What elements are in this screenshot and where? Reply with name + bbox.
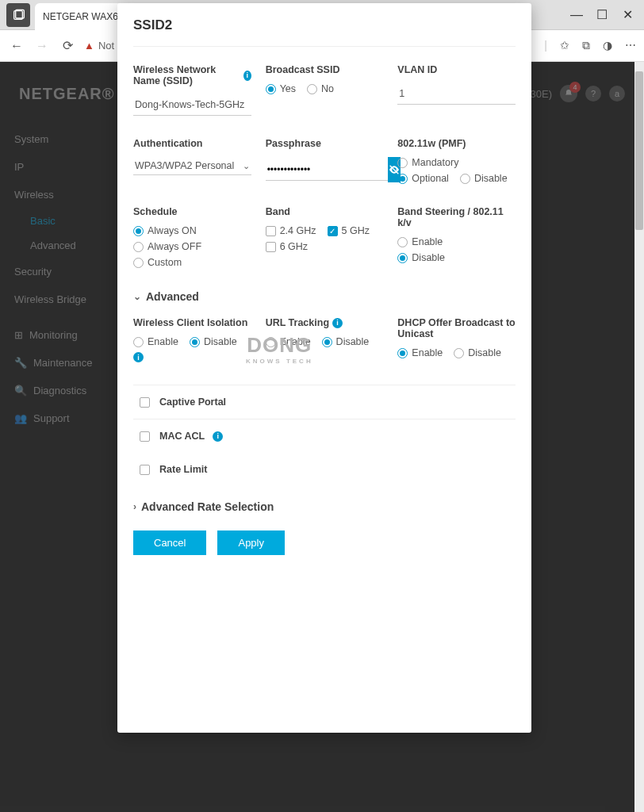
collections-icon[interactable]: ⧉ <box>582 39 590 52</box>
steering-disable-radio[interactable]: Disable <box>397 252 445 263</box>
nav-back-icon[interactable]: ← <box>8 37 25 55</box>
scroll-thumb[interactable] <box>635 71 643 230</box>
band-24-check[interactable]: 2.4 GHz <box>266 225 316 236</box>
pmf-optional-radio[interactable]: Optional <box>397 173 449 184</box>
isolation-disable-radio[interactable]: Disable <box>190 336 237 347</box>
dhcp-label: DHCP Offer Broadcast to Unicast <box>397 317 516 339</box>
pmf-disable-radio[interactable]: Disable <box>460 173 508 184</box>
steering-enable-radio[interactable]: Enable <box>397 236 443 247</box>
vlan-input[interactable] <box>397 83 516 105</box>
dhcp-disable-radio[interactable]: Disable <box>454 347 501 358</box>
dhcp-enable-radio[interactable]: Enable <box>397 347 443 358</box>
page-scrollbar[interactable] <box>634 62 644 812</box>
passphrase-input[interactable] <box>266 159 388 181</box>
urltrack-enable-radio[interactable]: Enable <box>266 336 311 347</box>
tab-strip-icon[interactable] <box>6 3 30 27</box>
rate-limit-toggle[interactable]: Rate Limit <box>133 453 516 486</box>
band-6-check[interactable]: 6 GHz <box>266 241 308 252</box>
modal-title: SSID2 <box>133 17 516 47</box>
favorites-bar-icon[interactable]: ✩ <box>560 39 569 52</box>
apply-button[interactable]: Apply <box>217 530 285 555</box>
ssid-input[interactable] <box>133 94 251 116</box>
advanced-section-toggle[interactable]: ⌄ Advanced <box>133 290 516 303</box>
schedule-label: Schedule <box>133 206 251 217</box>
adv-rate-section-toggle[interactable]: › Advanced Rate Selection <box>133 500 516 513</box>
window-minimize[interactable]: — <box>571 10 582 21</box>
window-close[interactable]: ✕ <box>622 10 633 21</box>
window-maximize[interactable]: ☐ <box>596 10 608 21</box>
info-icon[interactable]: i <box>213 431 223 442</box>
broadcast-label: Broadcast SSID <box>266 64 384 75</box>
auth-label: Authentication <box>133 138 251 149</box>
vlan-label: VLAN ID <box>397 64 516 75</box>
mac-acl-toggle[interactable]: MAC ACL i <box>133 419 516 453</box>
band-label: Band <box>266 206 384 217</box>
broadcast-yes-radio[interactable]: Yes <box>266 83 296 94</box>
profile-icon[interactable]: ◑ <box>603 39 612 52</box>
pmf-label: 802.11w (PMF) <box>397 138 516 149</box>
passphrase-label: Passphrase <box>266 138 384 149</box>
insecure-icon: ▲ <box>84 40 94 52</box>
info-icon[interactable]: i <box>332 318 343 328</box>
urltrack-label: URL Tracking <box>266 317 329 328</box>
nav-forward-icon: → <box>33 37 51 55</box>
schedule-custom-radio[interactable]: Custom <box>133 257 182 268</box>
info-icon[interactable]: i <box>243 71 251 81</box>
isolation-enable-radio[interactable]: Enable <box>133 336 178 347</box>
more-icon[interactable]: ⋯ <box>625 39 636 52</box>
chevron-down-icon: ⌄ <box>243 161 250 171</box>
cancel-button[interactable]: Cancel <box>133 530 206 555</box>
steering-label: Band Steering / 802.11 k/v <box>397 206 516 228</box>
isolation-label: Wireless Client Isolation <box>133 317 251 328</box>
chevron-right-icon: › <box>133 501 136 512</box>
nav-refresh-icon[interactable]: ⟳ <box>59 37 76 55</box>
band-5-check[interactable]: 5 GHz <box>328 225 370 236</box>
pmf-mandatory-radio[interactable]: Mandatory <box>397 157 458 168</box>
schedule-off-radio[interactable]: Always OFF <box>133 241 201 252</box>
captive-portal-toggle[interactable]: Captive Portal <box>133 385 516 419</box>
ssid-modal: SSID2 Wireless Network Name (SSID)i Broa… <box>117 3 531 733</box>
ssid-label: Wireless Network Name (SSID) <box>133 64 240 86</box>
broadcast-no-radio[interactable]: No <box>307 83 334 94</box>
auth-select[interactable]: WPA3/WPA2 Personal ⌄ <box>133 157 251 175</box>
chevron-down-icon: ⌄ <box>133 291 141 302</box>
urltrack-disable-radio[interactable]: Disable <box>322 336 370 347</box>
schedule-on-radio[interactable]: Always ON <box>133 225 197 236</box>
info-icon[interactable]: i <box>133 352 144 362</box>
